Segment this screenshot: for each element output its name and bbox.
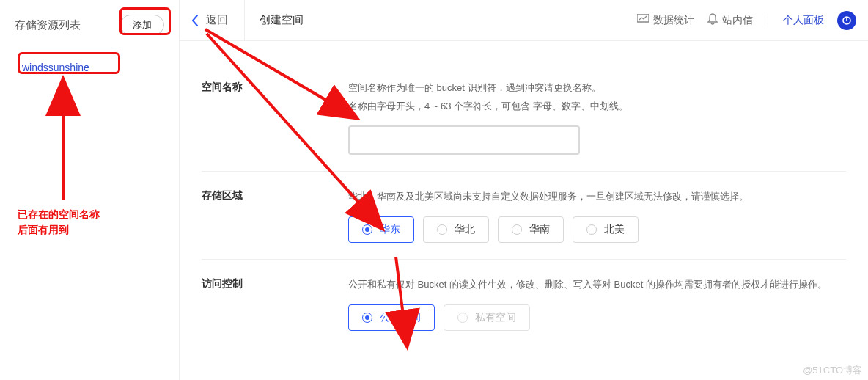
label-region: 存储区域: [202, 188, 348, 243]
back-button[interactable]: 返回: [191, 0, 245, 40]
radio-icon: [512, 224, 522, 235]
page-title: 创建空间: [260, 13, 304, 27]
region-option-na[interactable]: 北美: [573, 216, 639, 243]
svg-rect-0: [637, 14, 649, 22]
region-option-label: 华南: [529, 223, 550, 236]
form-row-name: 空间名称 空间名称作为唯一的 bucket 识别符，遇到冲突请更换名称。 名称由…: [202, 63, 846, 171]
sidebar-item-label: windssunshine: [22, 62, 89, 73]
back-label: 返回: [206, 13, 228, 27]
radio-icon: [362, 224, 372, 235]
watermark: @51CTO博客: [803, 364, 862, 377]
stats-link[interactable]: 数据统计: [637, 14, 694, 27]
add-button[interactable]: 添加: [120, 15, 164, 35]
profile-link[interactable]: 个人面板: [783, 14, 824, 27]
divider: [768, 13, 768, 28]
access-option-label: 私有空间: [475, 311, 516, 324]
hint-name: 空间名称作为唯一的 bucket 识别符，遇到冲突请更换名称。 名称由字母开头，…: [348, 79, 846, 115]
hint-access: 公开和私有仅对 Bucket 的读文件生效，修改、删除、写入等对 Bucket …: [348, 276, 846, 294]
region-radio-group: 华东 华北 华南 北美: [348, 216, 846, 243]
stats-label: 数据统计: [653, 14, 694, 27]
label-access: 访问控制: [202, 276, 348, 331]
add-button-label: 添加: [133, 19, 152, 30]
access-option-public[interactable]: 公开空间: [348, 304, 435, 331]
main-header: 返回 创建空间 数据统计 站内信 个人: [180, 0, 868, 41]
form: 空间名称 空间名称作为唯一的 bucket 识别符，遇到冲突请更换名称。 名称由…: [180, 41, 868, 347]
radio-icon: [362, 313, 372, 323]
label-name: 空间名称: [202, 79, 348, 155]
region-option-south[interactable]: 华南: [498, 216, 564, 243]
region-option-east[interactable]: 华东: [348, 216, 414, 243]
region-option-label: 北美: [604, 223, 625, 236]
region-option-north[interactable]: 华北: [423, 216, 489, 243]
region-option-label: 华北: [455, 223, 475, 236]
chevron-left-icon: [191, 15, 199, 26]
avatar-button[interactable]: [837, 11, 856, 30]
header-actions: 数据统计 站内信 个人面板: [637, 11, 856, 30]
messages-link[interactable]: 站内信: [707, 13, 753, 27]
sidebar: 存储资源列表 添加 windssunshine: [0, 0, 180, 380]
profile-label: 个人面板: [783, 14, 824, 27]
main: 返回 创建空间 数据统计 站内信 个人: [180, 0, 868, 380]
bucket-name-input[interactable]: [348, 125, 580, 155]
access-option-private: 私有空间: [444, 304, 530, 331]
sidebar-title: 存储资源列表: [15, 18, 81, 32]
sidebar-list: windssunshine: [0, 44, 179, 91]
radio-icon: [457, 313, 468, 323]
bell-icon: [707, 13, 718, 27]
hint-region: 华北、华南及及北美区域尚未支持自定义数据处理服务，一旦创建区域无法修改，请谨慎选…: [348, 188, 846, 206]
access-option-label: 公开空间: [380, 311, 421, 324]
access-radio-group: 公开空间 私有空间: [348, 304, 846, 331]
power-icon: [842, 15, 852, 26]
form-row-access: 访问控制 公开和私有仅对 Bucket 的读文件生效，修改、删除、写入等对 Bu…: [202, 259, 846, 347]
sidebar-item-bucket[interactable]: windssunshine: [15, 57, 164, 78]
radio-icon: [437, 224, 447, 235]
region-option-label: 华东: [380, 223, 400, 236]
messages-label: 站内信: [722, 14, 753, 27]
form-row-region: 存储区域 华北、华南及及北美区域尚未支持自定义数据处理服务，一旦创建区域无法修改…: [202, 171, 846, 259]
chart-icon: [637, 14, 649, 26]
radio-icon: [586, 224, 597, 235]
